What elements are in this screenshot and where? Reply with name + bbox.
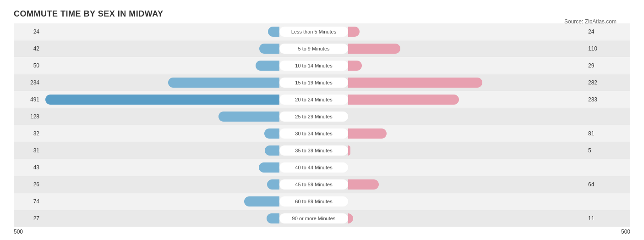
female-bar	[348, 95, 459, 105]
male-bar	[267, 179, 279, 190]
male-value: 31	[14, 147, 41, 154]
female-bar	[348, 128, 387, 139]
male-value: 42	[14, 45, 41, 52]
male-value: 128	[14, 113, 41, 120]
male-value: 43	[14, 164, 41, 171]
male-value: 491	[14, 96, 41, 103]
female-bar	[348, 78, 482, 88]
category-label: 60 to 89 Minutes	[279, 196, 348, 207]
table-row: 74 60 to 89 Minutes	[14, 193, 630, 210]
table-row: 24 Less than 5 Minutes 24	[14, 23, 630, 40]
category-label: Less than 5 Minutes	[279, 27, 348, 37]
male-bar	[259, 44, 279, 54]
female-bar	[348, 179, 379, 190]
female-value: 24	[586, 28, 614, 35]
female-value: 81	[586, 130, 614, 137]
male-value: 234	[14, 79, 41, 86]
male-bar	[259, 162, 279, 173]
category-label: 25 to 29 Minutes	[279, 112, 348, 122]
male-value: 50	[14, 62, 41, 69]
female-bar	[348, 61, 362, 71]
male-bar	[168, 78, 279, 88]
axis-labels: 500 500	[14, 229, 630, 235]
table-row: 43 40 to 44 Minutes	[14, 159, 630, 176]
category-label: 35 to 39 Minutes	[279, 145, 348, 156]
table-row: 50 10 to 14 Minutes 29	[14, 57, 630, 74]
axis-right: 500	[621, 229, 630, 235]
category-label: 90 or more Minutes	[279, 213, 348, 223]
chart-title: COMMUTE TIME BY SEX IN MIDWAY	[14, 9, 630, 19]
female-bar	[348, 27, 360, 37]
female-bar	[348, 213, 353, 223]
female-value: 110	[586, 45, 614, 52]
category-label: 40 to 44 Minutes	[279, 162, 348, 173]
female-bar	[348, 145, 350, 156]
table-row: 32 30 to 34 Minutes 81	[14, 125, 630, 142]
female-value: 64	[586, 181, 614, 188]
chart-area: 24 Less than 5 Minutes 24 42 5 to 9 Minu…	[14, 23, 630, 235]
male-bar	[265, 145, 279, 156]
axis-left: 500	[14, 229, 23, 235]
table-row: 26 45 to 59 Minutes 64	[14, 176, 630, 193]
table-row: 27 90 or more Minutes 11	[14, 210, 630, 227]
female-value: 29	[586, 62, 614, 69]
table-row: 42 5 to 9 Minutes 110	[14, 40, 630, 57]
male-bar	[267, 213, 279, 223]
male-bar	[268, 27, 279, 37]
male-bar	[218, 112, 279, 122]
category-label: 15 to 19 Minutes	[279, 78, 348, 88]
table-row: 491 20 to 24 Minutes 233	[14, 91, 630, 108]
female-value: 11	[586, 215, 614, 222]
male-bar	[45, 95, 279, 105]
female-value: 5	[586, 147, 614, 154]
category-label: 10 to 14 Minutes	[279, 61, 348, 71]
male-value: 32	[14, 130, 41, 137]
category-label: 45 to 59 Minutes	[279, 179, 348, 190]
female-bar	[348, 44, 400, 54]
table-row: 128 25 to 29 Minutes	[14, 108, 630, 125]
female-value: 282	[586, 79, 614, 86]
male-bar	[264, 128, 279, 139]
male-value: 26	[14, 181, 41, 188]
category-label: 5 to 9 Minutes	[279, 44, 348, 54]
male-value: 74	[14, 198, 41, 205]
table-row: 234 15 to 19 Minutes 282	[14, 74, 630, 91]
table-row: 31 35 to 39 Minutes 5	[14, 142, 630, 159]
category-label: 30 to 34 Minutes	[279, 128, 348, 139]
male-value: 27	[14, 215, 41, 222]
male-bar	[256, 61, 279, 71]
male-bar	[244, 196, 279, 207]
female-value: 233	[586, 96, 614, 103]
male-value: 24	[14, 28, 41, 35]
category-label: 20 to 24 Minutes	[279, 95, 348, 105]
